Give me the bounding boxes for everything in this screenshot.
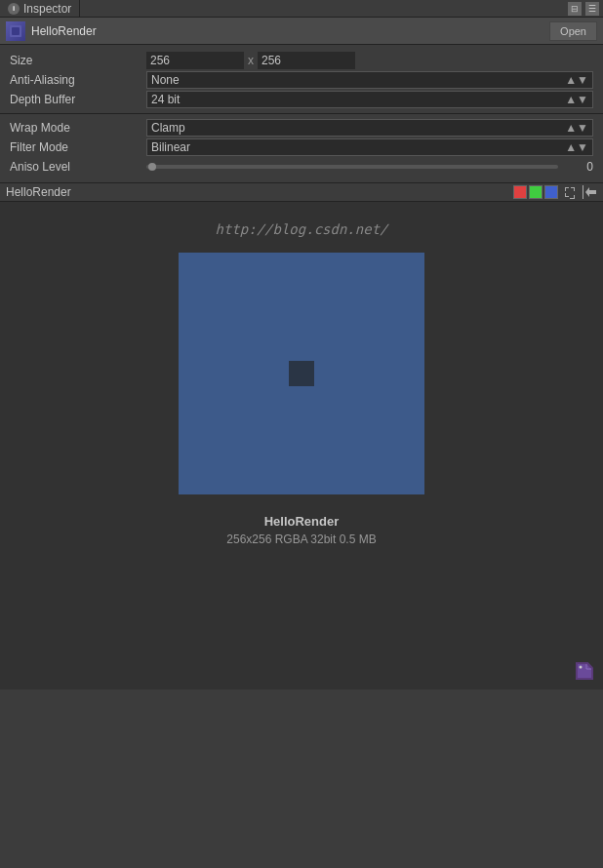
color-icon-blue[interactable]: [544, 185, 558, 199]
size-width-input[interactable]: [146, 52, 244, 69]
preview-section: HelloRender http://blog.csdn: [0, 182, 603, 690]
divider-1: [0, 113, 603, 114]
preview-texture-name: HelloRender: [264, 514, 340, 529]
depth-buffer-row: Depth Buffer 24 bit ▲▼: [0, 90, 603, 109]
size-label: Size: [10, 54, 146, 67]
asset-icon: [6, 21, 25, 41]
svg-point-3: [580, 666, 583, 669]
anti-aliasing-arrow: ▲▼: [565, 73, 588, 87]
depth-buffer-arrow: ▲▼: [565, 93, 588, 106]
top-bar-actions: ⊟ ☰: [568, 2, 603, 16]
texture-dark-square: [289, 361, 314, 386]
filter-mode-label: Filter Mode: [10, 140, 146, 154]
inspector-tab[interactable]: i Inspector: [0, 0, 80, 17]
preview-texture-info: 256x256 RGBA 32bit 0.5 MB: [226, 533, 376, 546]
properties-panel: Size x Anti-Aliasing None ▲▼ Depth Buffe…: [0, 45, 603, 182]
wrap-mode-row: Wrap Mode Clamp ▲▼: [0, 118, 603, 138]
wrap-mode-arrow: ▲▼: [565, 121, 588, 135]
preview-title: HelloRender: [6, 185, 513, 199]
anti-aliasing-label: Anti-Aliasing: [10, 73, 146, 87]
preview-tag-area[interactable]: [574, 660, 595, 682]
filter-mode-arrow: ▲▼: [565, 140, 588, 154]
preview-footer: HelloRender 256x256 RGBA 32bit 0.5 MB: [226, 514, 376, 546]
color-icon-green[interactable]: [529, 185, 543, 199]
asset-name: HelloRender: [31, 24, 543, 38]
texture-preview: [179, 253, 424, 494]
filter-mode-dropdown[interactable]: Bilinear ▲▼: [146, 138, 593, 156]
preview-url: http://blog.csdn.net/: [215, 221, 387, 237]
anti-aliasing-row: Anti-Aliasing None ▲▼: [0, 70, 603, 90]
depth-buffer-dropdown[interactable]: 24 bit ▲▼: [146, 91, 593, 108]
size-value: x: [146, 52, 593, 69]
aniso-slider-thumb[interactable]: [148, 163, 156, 171]
open-button[interactable]: Open: [549, 21, 597, 41]
inspector-header: HelloRender Open: [0, 18, 603, 45]
wrap-mode-value: Clamp: [151, 121, 185, 135]
aniso-level-row: Aniso Level 0: [0, 157, 603, 177]
menu-icon[interactable]: ☰: [585, 2, 599, 16]
aniso-slider-container: 0: [146, 160, 593, 174]
preview-header: HelloRender: [0, 182, 603, 202]
anti-aliasing-dropdown[interactable]: None ▲▼: [146, 71, 593, 89]
color-icon-red[interactable]: [513, 185, 527, 199]
preview-header-icons: [513, 184, 597, 200]
aniso-level-label: Aniso Level: [10, 160, 146, 174]
aniso-level-value: 0: [564, 160, 593, 174]
filter-mode-row: Filter Mode Bilinear ▲▼: [0, 138, 603, 157]
aniso-slider-track[interactable]: [146, 165, 558, 169]
size-height-input[interactable]: [258, 52, 355, 69]
size-separator: x: [248, 54, 254, 67]
wrap-mode-dropdown[interactable]: Clamp ▲▼: [146, 119, 593, 137]
flip-icon[interactable]: [582, 184, 597, 200]
svg-rect-1: [12, 27, 20, 35]
inspector-tab-label: Inspector: [23, 2, 71, 16]
anti-aliasing-value: None: [151, 73, 180, 87]
filter-mode-value: Bilinear: [151, 140, 190, 154]
tag-icon[interactable]: [576, 662, 593, 680]
wrap-mode-label: Wrap Mode: [10, 121, 146, 135]
preview-content: http://blog.csdn.net/ HelloRender 256x25…: [0, 202, 603, 690]
depth-buffer-label: Depth Buffer: [10, 93, 146, 106]
depth-buffer-value: 24 bit: [151, 93, 180, 106]
top-bar: i Inspector ⊟ ☰: [0, 0, 603, 18]
info-icon: i: [8, 3, 20, 15]
layout-icon[interactable]: ⊟: [568, 2, 582, 16]
expand-icon[interactable]: [562, 184, 578, 200]
size-row: Size x: [0, 51, 603, 70]
